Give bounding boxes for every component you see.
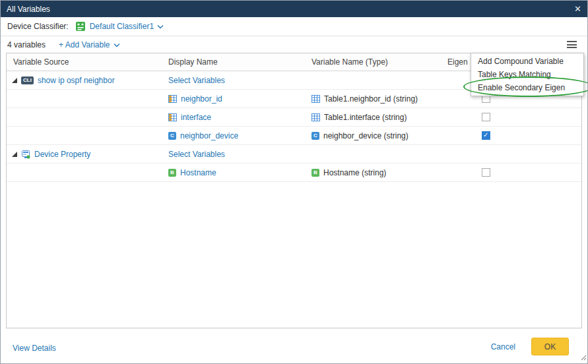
table-row[interactable]: Device Property Select Variables [7, 145, 581, 164]
table-column-icon [168, 113, 177, 121]
footer-actions: Cancel OK [491, 338, 569, 355]
builtin-variable-icon: B [311, 169, 319, 177]
dialog-title: All Variables [7, 5, 50, 14]
chevron-down-icon [114, 40, 120, 49]
add-variable-label: + Add Variable [59, 40, 110, 49]
table-row[interactable]: interface Table1.interface (string) [7, 108, 581, 127]
table-column-icon [168, 95, 177, 103]
menu-item-enable-secondary-eigen[interactable]: Enable Secondary Eigen [471, 81, 583, 94]
variable-display-link[interactable]: Hostname [180, 168, 216, 177]
table-row[interactable]: C neighbor_device C neighbor_device (str… [7, 127, 581, 145]
add-variable-button[interactable]: + Add Variable [59, 40, 120, 49]
ok-button[interactable]: OK [531, 338, 569, 355]
menu-icon[interactable] [567, 41, 577, 48]
menu-item-table-keys-matching[interactable]: Table Keys Matching [471, 68, 583, 81]
view-details-link[interactable]: View Details [13, 344, 56, 353]
classifier-label: Device Classifier: [7, 22, 69, 31]
header-display-name: Display Name [168, 53, 218, 71]
select-variables-link[interactable]: Select Variables [168, 150, 225, 159]
builtin-variable-icon: B [168, 169, 176, 177]
cancel-button[interactable]: Cancel [491, 342, 515, 351]
eigen-checkbox[interactable] [482, 168, 490, 177]
toolbar: 4 variables + Add Variable [7, 36, 581, 53]
dialog-titlebar: All Variables ✕ [1, 1, 587, 17]
variable-name-text: Table1.interface (string) [324, 113, 407, 122]
expanded-triangle-icon[interactable] [12, 152, 17, 157]
variable-display-link[interactable]: interface [181, 113, 211, 122]
eigen-checkbox[interactable] [482, 113, 490, 121]
classifier-icon [75, 21, 86, 32]
table-row[interactable]: B Hostname B Hostname (string) [7, 164, 581, 182]
menu-item-add-compound-variable[interactable]: Add Compound Variable [471, 55, 583, 68]
cli-icon: CLI [21, 76, 34, 84]
chevron-down-icon[interactable] [157, 22, 164, 31]
compound-variable-icon: C [168, 132, 176, 140]
header-variable-name: Variable Name (Type) [311, 53, 388, 71]
close-icon[interactable]: ✕ [574, 5, 581, 13]
variable-name-text: neighbor_device (string) [323, 131, 408, 140]
compound-variable-icon: C [311, 132, 319, 140]
variable-display-link[interactable]: neighbor_id [181, 94, 222, 104]
context-menu: Add Compound Variable Table Keys Matchin… [471, 53, 584, 96]
expanded-triangle-icon[interactable] [12, 78, 17, 83]
variable-name-text: Hostname (string) [323, 168, 386, 177]
variable-name-text: Table1.neighbor_id (string) [324, 94, 418, 104]
select-variables-link[interactable]: Select Variables [168, 76, 225, 85]
source-link[interactable]: show ip ospf neighbor [38, 76, 115, 85]
variable-display-link[interactable]: neighbor_device [180, 131, 238, 140]
variable-count: 4 variables [7, 40, 46, 49]
eigen-checkbox[interactable] [482, 131, 490, 140]
resize-grip-icon[interactable] [581, 353, 587, 363]
source-link[interactable]: Device Property [34, 150, 90, 159]
all-variables-dialog: All Variables ✕ Device Classifier: Defau… [0, 0, 588, 364]
header-variable-source: Variable Source [13, 53, 69, 71]
device-property-icon [21, 150, 30, 159]
header-eigen: Eigen [447, 53, 468, 71]
table-icon [311, 95, 320, 103]
table-icon [311, 113, 320, 121]
classifier-value[interactable]: Default Classifier1 [90, 22, 154, 31]
classifier-row: Device Classifier: Default Classifier1 [1, 17, 587, 36]
